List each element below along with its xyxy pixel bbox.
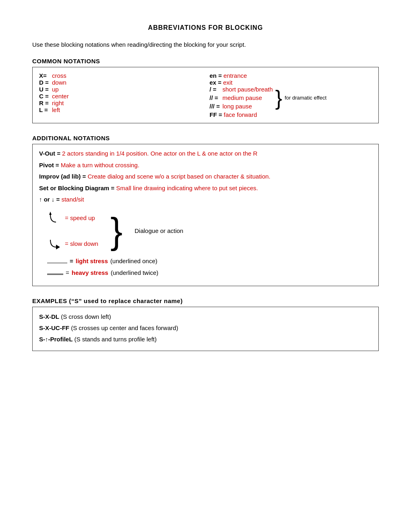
additional-row-improv: Improv (ad lib) = Create dialog and scen… [39, 172, 372, 181]
example-key-sprofilel: S-↑-ProfileL [39, 336, 73, 343]
notation-val-slash2: medium pause [222, 94, 262, 101]
notation-row-d: D = down [39, 79, 201, 86]
notation-val-ff: face forward [224, 111, 257, 118]
notation-row-ff: FF = face forward [210, 111, 372, 118]
additional-row-standsit: ↑ or ↓ = stand/sit [39, 195, 372, 204]
notation-key-slash3: /// = [210, 103, 221, 110]
example-row-sprofilel: S-↑-ProfileL (S stands and turns profile… [39, 335, 372, 344]
stress-heavy-row: = heavy stress (underlined twice) [47, 269, 372, 276]
notation-row-ex: ex = exit [210, 79, 372, 86]
notation-row-en: en = entrance [210, 72, 372, 79]
notation-key-c: C = [39, 93, 50, 100]
vout-val: 2 actors standing in 1/4 position. One a… [62, 150, 257, 157]
set-val: Small line drawing indicating where to p… [116, 185, 258, 191]
notation-row-u: U = up [39, 86, 201, 93]
slowdown-icon [47, 237, 62, 251]
notation-key-l: L = [39, 106, 50, 113]
additional-notations-box: V-Out = 2 actors standing in 1/4 positio… [32, 144, 379, 286]
example-val-sxucff: (S crosses up center and faces forward) [71, 324, 178, 331]
notation-row-x: X= cross [39, 72, 201, 79]
set-key: Set or Blocking Diagram = [39, 185, 114, 191]
stress-light-paren: (underlined once) [110, 258, 158, 264]
additional-row-vout: V-Out = 2 actors standing in 1/4 positio… [39, 149, 372, 158]
notation-row-c: C = center [39, 93, 201, 100]
notation-val-u: up [52, 86, 59, 93]
stress-heavy-equals: = [66, 269, 69, 276]
slowdown-row: = slow down [47, 237, 98, 251]
speedup-row: = speed up [47, 211, 98, 225]
notation-row-slash1: / = short pause/breath [210, 86, 273, 93]
notation-key-slash2: // = [210, 94, 221, 101]
notation-row-r: R = right [39, 100, 201, 106]
notation-val-d: down [52, 79, 66, 86]
standsit-val: stand/sit [61, 196, 84, 203]
slowdown-label: = slow down [65, 240, 98, 247]
stress-light-equals: = [70, 258, 73, 264]
notation-val-c: center [52, 93, 69, 100]
example-key-sxucff: S-X-UC-FF [39, 324, 69, 331]
example-val-sprofilel: (S stands and turns profile left) [75, 336, 157, 343]
stress-light-val: light stress [76, 258, 108, 264]
notation-val-x: cross [52, 72, 66, 79]
pause-bracket: } [275, 87, 282, 108]
examples-box: S-X-DL (S cross down left) S-X-UC-FF (S … [32, 307, 379, 351]
notation-row-l: L = left [39, 106, 201, 113]
diagram-symbols: = speed up = slow down [47, 211, 98, 251]
dialogue-label: Dialogue or action [135, 227, 183, 234]
additional-notations-heading: ADDITIONAL NOTATIONS [32, 135, 379, 141]
notations-left-col: X= cross D = down U = up C = center R = … [39, 72, 201, 118]
example-val-sxdl: (S cross down left) [61, 313, 111, 320]
common-notations-box: X= cross D = down U = up C = center R = … [32, 67, 379, 123]
notation-key-ff: FF = [210, 111, 222, 118]
improv-val: Create dialog and scene w/o a script bas… [87, 173, 270, 180]
bracket-label: for dramatic effect [284, 95, 326, 101]
notation-val-en: entrance [223, 72, 247, 79]
notation-row-slash2: // = medium pause [210, 94, 273, 101]
speedup-label: = speed up [65, 214, 95, 221]
notations-right-col: en = entrance ex = exit / = short pause/… [210, 72, 372, 118]
stress-light-row: = light stress (underlined once) [47, 258, 372, 264]
underline-double-icon [47, 269, 63, 275]
notation-key-d: D = [39, 79, 50, 86]
additional-row-set: Set or Blocking Diagram = Small line dra… [39, 184, 372, 193]
diagram-area: = speed up = slow down } Dialogue or act… [47, 211, 372, 251]
notation-key-u: U = [39, 86, 50, 93]
diagram-bracket: } [110, 213, 122, 249]
notation-key-slash1: / = [210, 86, 221, 93]
notation-key-ex: ex = [210, 79, 222, 86]
notation-val-slash3: long pause [222, 103, 252, 110]
examples-heading: EXAMPLES (“S” used to replace character … [32, 297, 379, 304]
standsit-key: ↑ or ↓ = [39, 196, 60, 203]
notation-key-r: R = [39, 100, 50, 106]
notation-key-x: X= [39, 72, 50, 79]
notations-grid: X= cross D = down U = up C = center R = … [39, 72, 372, 118]
pivot-val: Make a turn without crossing. [61, 162, 139, 168]
pivot-key: Pivot = [39, 162, 59, 168]
svg-marker-1 [56, 245, 60, 249]
example-row-sxdl: S-X-DL (S cross down left) [39, 312, 372, 322]
notation-val-r: right [52, 100, 64, 106]
pause-rows: / = short pause/breath // = medium pause… [210, 86, 273, 110]
example-row-sxucff: S-X-UC-FF (S crosses up center and faces… [39, 323, 372, 333]
vout-key: V-Out = [39, 150, 60, 157]
notation-val-ex: exit [223, 79, 232, 86]
notation-val-l: left [52, 106, 60, 113]
additional-row-pivot: Pivot = Make a turn without crossing. [39, 161, 372, 170]
notation-key-en: en = [210, 72, 222, 79]
improv-key: Improv (ad lib) = [39, 173, 86, 180]
stress-heavy-val: heavy stress [72, 269, 108, 276]
svg-marker-0 [49, 212, 52, 215]
notation-val-slash1: short pause/breath [222, 86, 273, 93]
page-title: ABBREVIATIONS FOR BLOCKING [32, 24, 379, 31]
intro-text: Use these blocking notations when readin… [32, 41, 379, 48]
stress-heavy-paren: (underlined twice) [111, 269, 158, 276]
speedup-icon [47, 211, 62, 225]
underline-single-icon [47, 258, 67, 263]
notation-row-slash3: /// = long pause [210, 103, 273, 110]
common-notations-heading: COMMON NOTATIONS [32, 58, 379, 64]
example-key-sxdl: S-X-DL [39, 313, 59, 320]
